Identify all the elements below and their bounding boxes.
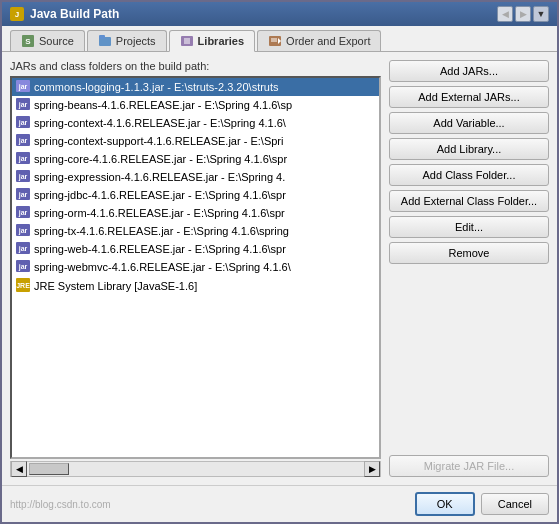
list-item[interactable]: jarcommons-logging-1.1.3.jar - E:\struts… <box>12 78 379 96</box>
list-item-text: spring-context-support-4.1.6.RELEASE.jar… <box>34 135 283 147</box>
scroll-track <box>27 462 364 476</box>
jar-list[interactable]: jarcommons-logging-1.1.3.jar - E:\struts… <box>10 76 381 459</box>
cancel-button[interactable]: Cancel <box>481 493 549 515</box>
list-item-text: spring-jdbc-4.1.6.RELEASE.jar - E:\Sprin… <box>34 189 286 201</box>
java-build-path-window: J Java Build Path ◀ ▶ ▼ S Source <box>0 0 559 524</box>
list-item[interactable]: jarspring-context-support-4.1.6.RELEASE.… <box>12 132 379 150</box>
list-item[interactable]: jarspring-core-4.1.6.RELEASE.jar - E:\Sp… <box>12 150 379 168</box>
list-item-text: spring-orm-4.1.6.RELEASE.jar - E:\Spring… <box>34 207 285 219</box>
svg-text:jar: jar <box>18 209 28 217</box>
edit-button[interactable]: Edit... <box>389 216 549 238</box>
watermark-text: http://blog.csdn.to.com <box>10 499 111 510</box>
libraries-tab-icon <box>180 34 194 48</box>
list-item-text: JRE System Library [JavaSE-1.6] <box>34 280 197 292</box>
jar-icon: jar <box>16 98 30 112</box>
add-external-class-folder-button[interactable]: Add External Class Folder... <box>389 190 549 212</box>
tab-order-export[interactable]: Order and Export <box>257 30 381 51</box>
svg-text:jar: jar <box>18 101 28 109</box>
list-item[interactable]: jarspring-jdbc-4.1.6.RELEASE.jar - E:\Sp… <box>12 186 379 204</box>
jar-icon: jar <box>16 242 30 256</box>
svg-text:jar: jar <box>18 119 28 127</box>
svg-text:jar: jar <box>18 227 28 235</box>
list-item[interactable]: jarspring-beans-4.1.6.RELEASE.jar - E:\S… <box>12 96 379 114</box>
title-bar-left: J Java Build Path <box>10 7 119 21</box>
tab-projects[interactable]: Projects <box>87 30 167 51</box>
source-tab-icon: S <box>21 34 35 48</box>
list-item[interactable]: JREJRE System Library [JavaSE-1.6] <box>12 276 379 296</box>
scroll-left-btn[interactable]: ◀ <box>11 461 27 477</box>
tab-libraries-label: Libraries <box>198 35 244 47</box>
remove-button[interactable]: Remove <box>389 242 549 264</box>
svg-text:jar: jar <box>18 245 28 253</box>
svg-text:jar: jar <box>18 155 28 163</box>
list-item-text: spring-beans-4.1.6.RELEASE.jar - E:\Spri… <box>34 99 292 111</box>
jre-icon: JRE <box>16 278 30 294</box>
svg-text:jar: jar <box>18 173 28 181</box>
list-item[interactable]: jarspring-context-4.1.6.RELEASE.jar - E:… <box>12 114 379 132</box>
order-export-tab-icon <box>268 34 282 48</box>
svg-text:jar: jar <box>18 83 28 91</box>
tab-source-label: Source <box>39 35 74 47</box>
add-variable-button[interactable]: Add Variable... <box>389 112 549 134</box>
ok-button[interactable]: OK <box>415 492 475 516</box>
dropdown-button[interactable]: ▼ <box>533 6 549 22</box>
add-class-folder-button[interactable]: Add Class Folder... <box>389 164 549 186</box>
nav-buttons: ◀ ▶ ▼ <box>497 6 549 22</box>
content-area: JARs and class folders on the build path… <box>2 52 557 485</box>
button-spacer <box>389 268 549 451</box>
svg-text:S: S <box>25 37 31 46</box>
right-panel: Add JARs... Add External JARs... Add Var… <box>389 60 549 477</box>
list-item-text: spring-web-4.1.6.RELEASE.jar - E:\Spring… <box>34 243 286 255</box>
jar-icon: jar <box>16 80 30 94</box>
list-item-text: spring-expression-4.1.6.RELEASE.jar - E:… <box>34 171 285 183</box>
scroll-thumb[interactable] <box>29 463 69 475</box>
list-item-text: spring-tx-4.1.6.RELEASE.jar - E:\Spring … <box>34 225 289 237</box>
window-icon: J <box>10 7 24 21</box>
tab-bar: S Source Projects <box>2 26 557 52</box>
svg-text:JRE: JRE <box>16 282 30 289</box>
tab-order-export-label: Order and Export <box>286 35 370 47</box>
list-item[interactable]: jarspring-tx-4.1.6.RELEASE.jar - E:\Spri… <box>12 222 379 240</box>
title-bar: J Java Build Path ◀ ▶ ▼ <box>2 2 557 26</box>
tab-projects-label: Projects <box>116 35 156 47</box>
jar-icon: jar <box>16 134 30 148</box>
add-jars-button[interactable]: Add JARs... <box>389 60 549 82</box>
list-item[interactable]: jarspring-expression-4.1.6.RELEASE.jar -… <box>12 168 379 186</box>
list-item-text: spring-context-4.1.6.RELEASE.jar - E:\Sp… <box>34 117 286 129</box>
jar-icon: jar <box>16 152 30 166</box>
list-item-text: commons-logging-1.1.3.jar - E:\struts-2.… <box>34 81 279 93</box>
jar-icon: jar <box>16 260 30 274</box>
svg-text:jar: jar <box>18 191 28 199</box>
forward-button[interactable]: ▶ <box>515 6 531 22</box>
svg-rect-3 <box>99 35 105 39</box>
tab-libraries[interactable]: Libraries <box>169 30 255 52</box>
jar-icon: jar <box>16 224 30 238</box>
list-item[interactable]: jarspring-web-4.1.6.RELEASE.jar - E:\Spr… <box>12 240 379 258</box>
list-item[interactable]: jarspring-webmvc-4.1.6.RELEASE.jar - E:\… <box>12 258 379 276</box>
list-item-text: spring-core-4.1.6.RELEASE.jar - E:\Sprin… <box>34 153 287 165</box>
add-library-button[interactable]: Add Library... <box>389 138 549 160</box>
migrate-jar-button[interactable]: Migrate JAR File... <box>389 455 549 477</box>
list-item-text: spring-webmvc-4.1.6.RELEASE.jar - E:\Spr… <box>34 261 291 273</box>
jar-icon: jar <box>16 206 30 220</box>
list-item[interactable]: jarspring-orm-4.1.6.RELEASE.jar - E:\Spr… <box>12 204 379 222</box>
scroll-right-btn[interactable]: ▶ <box>364 461 380 477</box>
bottom-bar: http://blog.csdn.to.com OK Cancel <box>2 485 557 522</box>
panel-label: JARs and class folders on the build path… <box>10 60 381 72</box>
svg-text:jar: jar <box>18 263 28 271</box>
jar-icon: jar <box>16 116 30 130</box>
left-panel: JARs and class folders on the build path… <box>10 60 381 477</box>
svg-text:jar: jar <box>18 137 28 145</box>
add-external-jars-button[interactable]: Add External JARs... <box>389 86 549 108</box>
back-button[interactable]: ◀ <box>497 6 513 22</box>
jar-icon: jar <box>16 170 30 184</box>
jar-icon: jar <box>16 188 30 202</box>
horizontal-scrollbar[interactable]: ◀ ▶ <box>10 461 381 477</box>
window-title: Java Build Path <box>30 7 119 21</box>
projects-tab-icon <box>98 34 112 48</box>
tab-source[interactable]: S Source <box>10 30 85 51</box>
